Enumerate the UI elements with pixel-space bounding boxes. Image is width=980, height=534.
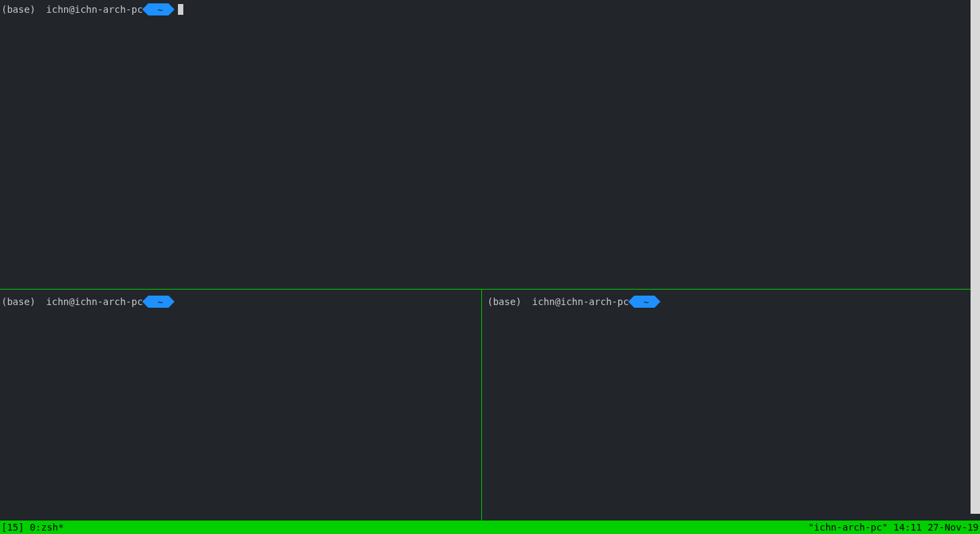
- prompt-cwd: ~: [158, 5, 163, 15]
- terminal-container: (base) ichn@ichn-arch-pc ~ (base) ichn@i…: [0, 0, 980, 521]
- prompt-user-host: ichn@ichn-arch-pc: [47, 4, 143, 15]
- hostname-datetime: "ichn-arch-pc" 14:11 27-Nov-19: [808, 522, 979, 533]
- pane-bottom-container: (base) ichn@ichn-arch-pc ~ (base) ichn@i…: [0, 290, 980, 521]
- pane-top[interactable]: (base) ichn@ichn-arch-pc ~: [0, 0, 980, 289]
- prompt-cwd: ~: [158, 297, 163, 307]
- prompt-user-host: ichn@ichn-arch-pc: [532, 296, 629, 307]
- prompt-env: (base): [487, 296, 522, 307]
- scrollbar-vertical[interactable]: [971, 0, 980, 514]
- session-window-indicator: [15] 0:zsh*: [1, 522, 64, 533]
- prompt-env: (base): [1, 4, 36, 15]
- pane-bottom-left[interactable]: (base) ichn@ichn-arch-pc ~: [0, 290, 481, 521]
- status-left: [15] 0:zsh*: [1, 522, 64, 533]
- prompt-cwd: ~: [644, 297, 649, 307]
- cursor-icon: [178, 4, 183, 15]
- prompt-line-bottom-right: (base) ichn@ichn-arch-pc ~: [482, 290, 980, 304]
- prompt-line-bottom-left: (base) ichn@ichn-arch-pc ~: [0, 290, 481, 304]
- status-right: "ichn-arch-pc" 14:11 27-Nov-19: [808, 522, 979, 533]
- tmux-status-bar[interactable]: [15] 0:zsh* "ichn-arch-pc" 14:11 27-Nov-…: [0, 521, 980, 534]
- prompt-cwd-badge: ~: [634, 296, 654, 308]
- prompt-env: (base): [1, 296, 36, 307]
- prompt-cwd-badge: ~: [148, 3, 169, 15]
- prompt-user-host: ichn@ichn-arch-pc: [47, 296, 143, 307]
- prompt-line-top: (base) ichn@ichn-arch-pc ~: [0, 0, 980, 15]
- pane-bottom-right[interactable]: (base) ichn@ichn-arch-pc ~: [482, 290, 980, 521]
- prompt-cwd-badge: ~: [148, 296, 169, 308]
